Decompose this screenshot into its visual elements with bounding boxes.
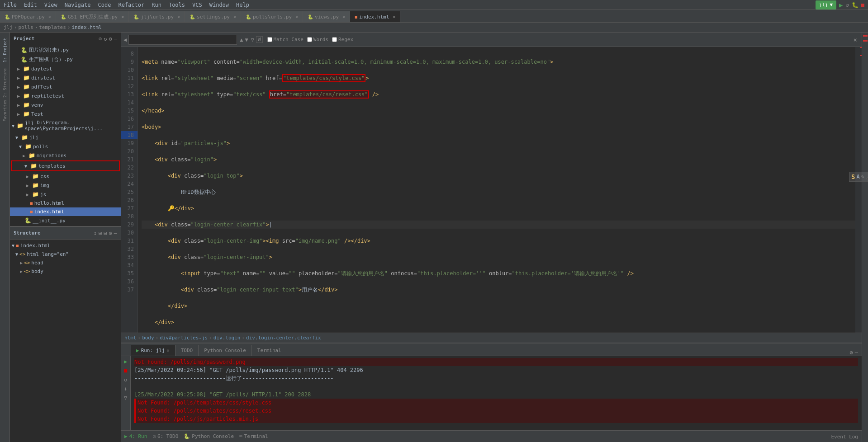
bc-templates[interactable]: templates	[39, 24, 66, 30]
regex-checkbox[interactable]	[332, 37, 337, 42]
tree-jlj[interactable]: ▼ 📁 jlj	[10, 133, 121, 142]
search-match-word-icon[interactable]: W	[256, 36, 263, 43]
debug-button[interactable]: 🐛	[852, 2, 859, 8]
left-tab-structure[interactable]: 2: Structure	[0, 67, 9, 99]
right-sidebar	[862, 33, 868, 442]
struct-index-html[interactable]: ▼ ◼ index.html	[10, 241, 121, 250]
run-btn-filter[interactable]: ▽	[122, 394, 129, 401]
tab-settings[interactable]: 🐍 settings.py ×	[185, 11, 241, 22]
structure-hide-icon[interactable]: —	[114, 230, 117, 236]
words-label[interactable]: Words	[307, 37, 328, 42]
bottom-tab-todo[interactable]: TODO	[175, 345, 199, 356]
bottom-settings-icon[interactable]: ⚙	[850, 349, 853, 356]
search-filter-icon[interactable]: ▽	[251, 37, 254, 43]
bc-jlj[interactable]: jlj	[4, 24, 13, 30]
tree-dirstest[interactable]: ▶ 📁 dirstest	[10, 73, 121, 82]
struct-head[interactable]: ▶ <> head	[10, 259, 121, 267]
console-indicator[interactable]: 🐍 Python Console	[184, 433, 234, 439]
tree-templates[interactable]: ▼ 📁 templates	[11, 160, 120, 171]
tab-pdfopear[interactable]: 🐍 PDFOpear.py ×	[0, 11, 56, 22]
struct-html[interactable]: ▼ <> html lang="en"	[10, 250, 121, 259]
bottom-tab-terminal[interactable]: Terminal	[252, 345, 287, 356]
tree-venv[interactable]: ▶ 📁 venv	[10, 100, 121, 109]
tree-images-py[interactable]: 🐍 图片识别(未).py	[10, 45, 121, 55]
menu-vcs[interactable]: VCS	[192, 2, 202, 8]
struct-body[interactable]: ▶ <> body	[10, 267, 121, 276]
search-close-icon[interactable]: ×	[854, 36, 857, 43]
sb-html[interactable]: html	[124, 335, 137, 341]
code-editor[interactable]: 8 9 10 11 12 13 14 15 16 17 18 19 20 21	[121, 47, 862, 333]
menu-edit[interactable]: Edit	[24, 2, 37, 8]
tree-migrations[interactable]: ▶ 📁 migrations	[10, 151, 121, 160]
regex-label[interactable]: Regex	[332, 37, 353, 42]
sidebar-sync-icon[interactable]: ↻	[104, 36, 107, 42]
tree-test[interactable]: ▶ 📁 Test	[10, 109, 121, 118]
tab-polls-urls[interactable]: 🐍 polls\urls.py ×	[241, 11, 303, 22]
tree-js[interactable]: ▶ 📁 js	[10, 190, 121, 199]
code-content[interactable]: <meta name="viewport" content="width=dev…	[138, 47, 855, 333]
structure-settings-icon[interactable]: ⚙	[109, 230, 112, 236]
tree-index-html[interactable]: ◼ index.html	[10, 207, 121, 216]
menu-view[interactable]: View	[44, 2, 57, 8]
tree-hello-html[interactable]: ◼ hello.html	[10, 199, 121, 207]
words-checkbox[interactable]	[307, 37, 312, 42]
sb-body[interactable]: body	[142, 335, 154, 341]
tree-pdftest[interactable]: ▶ 📁 pdfTest	[10, 82, 121, 91]
run-btn-scroll-end[interactable]: ↓	[122, 385, 129, 392]
tree-production-py[interactable]: 🐍 生产围棋（合）.py	[10, 55, 121, 64]
search-down-icon[interactable]: ▼	[245, 37, 248, 43]
left-tab-favorites[interactable]: Favorites	[0, 99, 9, 122]
tree-jlj-root[interactable]: ▼ 📁 jlj D:\Program-space\PycharmProjects…	[10, 118, 121, 133]
tree-daytest[interactable]: ▶ 📁 daytest	[10, 64, 121, 73]
tree-reptiletest[interactable]: ▶ 📁 reptiletest	[10, 91, 121, 100]
rerun-button[interactable]: ↺	[846, 2, 849, 8]
tab-jlj-urls[interactable]: 🐍 jlj\urls.py ×	[129, 11, 185, 22]
bottom-tab-console[interactable]: Python Console	[199, 345, 252, 356]
bc-index-html[interactable]: index.html	[71, 24, 101, 30]
search-up-icon[interactable]: ▲	[240, 37, 243, 43]
run-btn-rerun[interactable]: ↺	[122, 376, 129, 383]
search-input[interactable]	[128, 35, 237, 45]
structure-collapse-icon[interactable]: ⊟	[104, 230, 107, 236]
run-indicator[interactable]: ▶ 4: Run	[124, 433, 147, 439]
bottom-tab-bar: ▶ Run: jlj × TODO Python Console Termina…	[121, 343, 862, 356]
todo-indicator[interactable]: ☑ 6: TODO	[152, 433, 178, 439]
left-tab-project[interactable]: 1: Project	[0, 34, 9, 66]
stop-button[interactable]: ■	[861, 2, 864, 8]
terminal-indicator[interactable]: ⌨ Terminal	[239, 433, 268, 439]
bc-polls[interactable]: polls	[19, 24, 33, 30]
run-btn-stop[interactable]: ■	[122, 367, 129, 374]
menu-navigate[interactable]: Navigate	[65, 2, 91, 8]
search-prev-icon[interactable]: ◀	[123, 37, 127, 43]
match-case-label[interactable]: Match Case	[267, 37, 304, 42]
bottom-tab-run[interactable]: ▶ Run: jlj ×	[131, 345, 175, 356]
tab-gs1[interactable]: 🐍 GS1 EPC系列生成.py ×	[56, 11, 129, 22]
structure-sort-icon[interactable]: ↕	[94, 230, 97, 236]
tree-img[interactable]: ▶ 📁 img	[10, 181, 121, 190]
sb-login[interactable]: div.login	[213, 335, 241, 341]
sidebar-settings-icon[interactable]: ⚙	[109, 36, 112, 42]
structure-expand-icon[interactable]: ⊞	[99, 230, 102, 236]
menu-refactor[interactable]: Refactor	[118, 2, 144, 8]
tree-init-py[interactable]: 🐍 __init__.py	[10, 216, 121, 225]
sb-particles[interactable]: div#particles-js	[160, 335, 208, 341]
sidebar-add-icon[interactable]: ⊕	[99, 36, 102, 42]
run-btn-play[interactable]: ▶	[122, 358, 129, 365]
menu-window[interactable]: Window	[209, 2, 229, 8]
menu-help[interactable]: Help	[236, 2, 249, 8]
menu-code[interactable]: Code	[98, 2, 111, 8]
menu-file[interactable]: File	[4, 2, 17, 8]
event-log-indicator[interactable]: Event Log	[831, 433, 858, 440]
run-button[interactable]: ▶	[839, 1, 843, 9]
tab-index-html[interactable]: ◼ index.html ×	[350, 11, 400, 22]
match-case-checkbox[interactable]	[267, 37, 272, 42]
menu-run[interactable]: Run	[152, 2, 161, 8]
run-config-selector[interactable]: jlj▼	[816, 0, 837, 9]
tree-polls[interactable]: ▼ 📁 polls	[10, 142, 121, 151]
menu-tools[interactable]: Tools	[169, 2, 185, 8]
tab-views[interactable]: 🐍 views.py ×	[303, 11, 350, 22]
bottom-hide-icon[interactable]: —	[855, 349, 858, 356]
tree-css[interactable]: ▶ 📁 css	[10, 172, 121, 181]
sidebar-collapse-icon[interactable]: —	[114, 36, 117, 42]
sb-login-center[interactable]: div.login-center.clearfix	[246, 335, 321, 341]
